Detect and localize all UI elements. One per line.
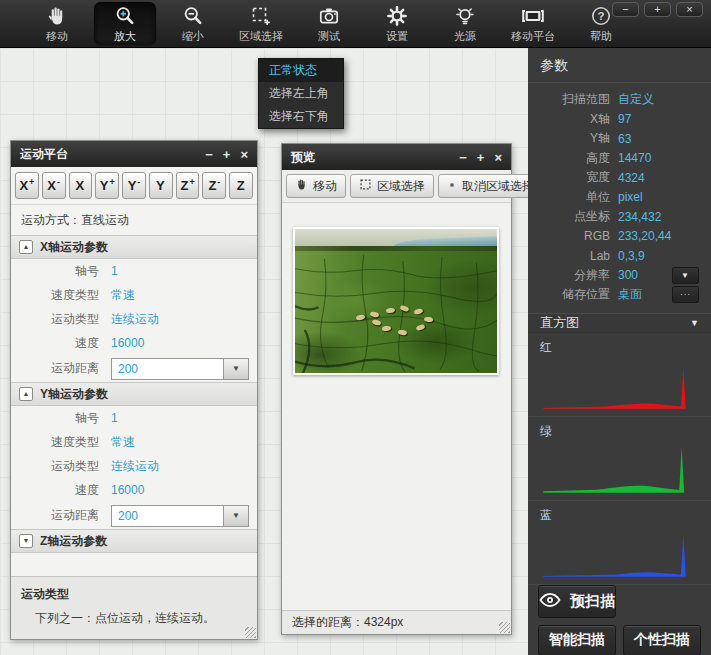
- chevron-down-icon[interactable]: ▼: [690, 318, 699, 328]
- row-value[interactable]: 常速: [111, 434, 135, 451]
- axis-x-plus-button[interactable]: X+: [15, 172, 39, 199]
- tool-test[interactable]: 测试: [298, 0, 360, 47]
- x-axis-section-header[interactable]: ▲ X轴运动参数: [11, 235, 257, 259]
- chevron-down-icon: ▼: [681, 271, 690, 280]
- tool-zoom-out[interactable]: 缩小: [162, 0, 224, 47]
- image-field: [295, 251, 497, 373]
- y-axis-section-header[interactable]: ▲ Y轴运动参数: [11, 382, 257, 406]
- tool-moving-platform[interactable]: 移动平台: [502, 0, 564, 47]
- axis-z-plus-button[interactable]: Z+: [176, 172, 200, 199]
- collapse-toggle-icon[interactable]: ▲: [19, 240, 33, 254]
- tool-settings[interactable]: 设置: [366, 0, 428, 47]
- row-label: 运动距离: [11, 507, 99, 524]
- panel-maximize-button[interactable]: +: [477, 151, 485, 164]
- row-value[interactable]: 1: [111, 264, 118, 278]
- param-label: 分辨率: [528, 267, 610, 284]
- row-value[interactable]: 16000: [111, 336, 144, 350]
- green-histogram-chart: [540, 443, 701, 495]
- tool-move[interactable]: 移动: [26, 0, 88, 47]
- axis-y-button[interactable]: Y: [149, 172, 173, 199]
- row-value[interactable]: 1: [111, 411, 118, 425]
- window-maximize-button[interactable]: +: [644, 2, 671, 17]
- menu-item-select-bottom-right[interactable]: 选择右下角: [259, 105, 343, 128]
- motion-mode-text: 运动方式：直线运动: [11, 205, 257, 235]
- param-value[interactable]: 自定义: [618, 91, 654, 108]
- tool-label: 设置: [386, 29, 408, 44]
- resize-grip[interactable]: [499, 622, 510, 633]
- collapse-toggle-icon[interactable]: ▼: [19, 534, 33, 548]
- param-label: 单位: [528, 189, 610, 206]
- parameters-sidebar: 参数 扫描范围 自定义 X轴 97 Y轴 63 高度 14470 宽度 4324: [528, 48, 711, 655]
- param-label: RGB: [528, 229, 610, 243]
- menu-item-normal-state[interactable]: 正常状态: [259, 59, 343, 82]
- panel-minimize-button[interactable]: −: [459, 151, 467, 164]
- x-distance-select[interactable]: 200 ▼: [111, 358, 249, 380]
- param-value[interactable]: 300: [618, 268, 638, 282]
- panel-close-button[interactable]: ×: [494, 151, 502, 164]
- param-label: Y轴: [528, 130, 610, 147]
- param-value: 63: [618, 132, 631, 146]
- axis-x-minus-button[interactable]: X-: [42, 172, 66, 199]
- histogram-blue: 蓝: [528, 501, 711, 585]
- chevron-down-icon[interactable]: ▼: [223, 506, 248, 526]
- light-bulb-icon: [454, 4, 476, 28]
- prescan-button[interactable]: 预扫描: [538, 585, 616, 618]
- region-select-icon: [250, 4, 272, 28]
- axis-y-minus-button[interactable]: Y-: [122, 172, 146, 199]
- tool-label: 区域选择: [239, 29, 283, 44]
- z-axis-section-header[interactable]: ▼ Z轴运动参数: [11, 529, 257, 553]
- custom-scan-button[interactable]: 个性扫描: [623, 625, 701, 655]
- param-value[interactable]: 桌面: [618, 286, 642, 303]
- button-label: 取消区域选择: [462, 178, 534, 195]
- row-value[interactable]: 常速: [111, 287, 135, 304]
- row-label: 轴号: [11, 410, 99, 427]
- y-distance-select[interactable]: 200 ▼: [111, 505, 249, 527]
- tool-zoom-in[interactable]: 放大: [94, 2, 156, 45]
- hint-title: 运动类型: [21, 586, 247, 603]
- select-value: 200: [112, 506, 223, 526]
- preview-image-frame[interactable]: [293, 227, 499, 375]
- collapse-toggle-icon[interactable]: ▲: [19, 387, 33, 401]
- panel-controls: − + ×: [459, 151, 502, 164]
- tool-label: 光源: [454, 29, 476, 44]
- axis-x-button[interactable]: X: [69, 172, 93, 199]
- param-row-y-axis: Y轴 63: [528, 129, 711, 149]
- window-minimize-button[interactable]: −: [612, 2, 639, 17]
- row-value[interactable]: 连续运动: [111, 458, 159, 475]
- param-value: 14470: [618, 151, 651, 165]
- tool-label: 放大: [114, 29, 136, 44]
- param-row-x-axis: X轴 97: [528, 110, 711, 130]
- panel-minimize-button[interactable]: −: [205, 148, 213, 161]
- param-row: 轴号 1: [11, 259, 257, 283]
- row-value[interactable]: 16000: [111, 483, 144, 497]
- param-row-distance: 运动距离 200 ▼: [11, 355, 257, 382]
- window-close-button[interactable]: ×: [676, 2, 703, 17]
- panel-title: 运动平台: [20, 146, 205, 163]
- param-row: 运动类型 连续运动: [11, 454, 257, 478]
- tool-light-source[interactable]: 光源: [434, 0, 496, 47]
- menu-item-select-top-left[interactable]: 选择左上角: [259, 82, 343, 105]
- main-toolbar: 移动 放大 缩小 区域选择 测试: [0, 0, 711, 48]
- axis-y-plus-button[interactable]: Y+: [95, 172, 119, 199]
- storage-browse-button[interactable]: ···: [672, 286, 699, 303]
- zoom-out-icon: [182, 4, 204, 28]
- smart-scan-button[interactable]: 智能扫描: [538, 625, 616, 655]
- panel-close-button[interactable]: ×: [240, 148, 248, 161]
- panel-maximize-button[interactable]: +: [223, 148, 231, 161]
- axis-z-button[interactable]: Z: [229, 172, 253, 199]
- preview-region-select-button[interactable]: 区域选择: [350, 174, 434, 198]
- chevron-down-icon[interactable]: ▼: [223, 359, 248, 379]
- hand-icon: [46, 4, 68, 28]
- row-label: 速度: [11, 482, 99, 499]
- param-value: 234,432: [618, 210, 661, 224]
- resolution-dropdown-button[interactable]: ▼: [672, 267, 699, 284]
- preview-move-button[interactable]: 移动: [286, 174, 346, 198]
- axis-z-minus-button[interactable]: Z-: [202, 172, 226, 199]
- row-value[interactable]: 连续运动: [111, 311, 159, 328]
- param-row: 运动类型 连续运动: [11, 307, 257, 331]
- button-label: 个性扫描: [634, 631, 690, 649]
- resize-grip[interactable]: [245, 627, 256, 638]
- help-icon: ?: [590, 4, 612, 28]
- param-label: 储存位置: [528, 286, 610, 303]
- tool-region-select[interactable]: 区域选择: [230, 0, 292, 47]
